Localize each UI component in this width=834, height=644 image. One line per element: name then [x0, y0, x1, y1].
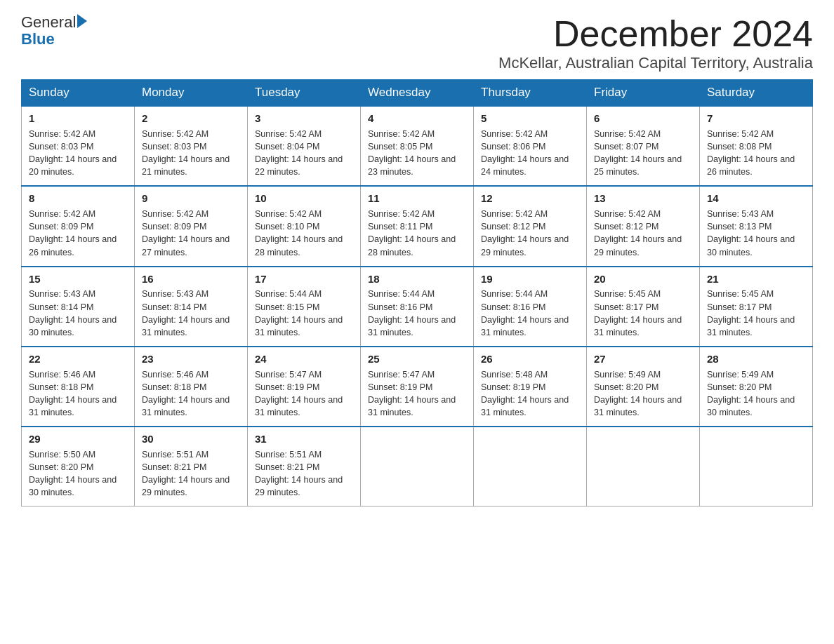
calendar-cell: 9Sunrise: 5:42 AMSunset: 8:09 PMDaylight… [135, 186, 248, 266]
day-info: Sunrise: 5:42 AMSunset: 8:12 PMDaylight:… [481, 208, 579, 259]
day-info: Sunrise: 5:45 AMSunset: 8:17 PMDaylight:… [707, 288, 805, 339]
day-number: 8 [29, 191, 127, 206]
day-number: 13 [594, 191, 692, 206]
day-info: Sunrise: 5:50 AMSunset: 8:20 PMDaylight:… [29, 448, 127, 499]
col-header-wednesday: Wednesday [361, 80, 474, 107]
day-info: Sunrise: 5:42 AMSunset: 8:07 PMDaylight:… [594, 128, 692, 179]
day-info: Sunrise: 5:44 AMSunset: 8:16 PMDaylight:… [481, 288, 579, 339]
day-info: Sunrise: 5:49 AMSunset: 8:20 PMDaylight:… [707, 368, 805, 420]
day-info: Sunrise: 5:42 AMSunset: 8:04 PMDaylight:… [255, 128, 353, 179]
day-info: Sunrise: 5:51 AMSunset: 8:21 PMDaylight:… [142, 448, 240, 499]
day-number: 23 [142, 351, 240, 367]
logo-general-text: General [21, 14, 76, 31]
calendar-cell: 14Sunrise: 5:43 AMSunset: 8:13 PMDayligh… [700, 186, 813, 266]
day-info: Sunrise: 5:46 AMSunset: 8:18 PMDaylight:… [29, 368, 127, 420]
calendar-cell: 6Sunrise: 5:42 AMSunset: 8:07 PMDaylight… [587, 106, 700, 186]
day-number: 26 [481, 351, 579, 367]
page-header: General Blue December 2024 McKellar, Aus… [21, 14, 813, 72]
day-info: Sunrise: 5:42 AMSunset: 8:03 PMDaylight:… [29, 128, 127, 179]
week-row-1: 1Sunrise: 5:42 AMSunset: 8:03 PMDaylight… [22, 106, 813, 186]
location-subtitle: McKellar, Australian Capital Territory, … [498, 54, 813, 72]
calendar-cell: 26Sunrise: 5:48 AMSunset: 8:19 PMDayligh… [474, 347, 587, 427]
week-row-5: 29Sunrise: 5:50 AMSunset: 8:20 PMDayligh… [22, 427, 813, 507]
col-header-sunday: Sunday [22, 80, 135, 107]
day-number: 27 [594, 351, 692, 367]
day-number: 17 [255, 271, 353, 287]
day-info: Sunrise: 5:42 AMSunset: 8:05 PMDaylight:… [368, 128, 466, 179]
day-info: Sunrise: 5:49 AMSunset: 8:20 PMDaylight:… [594, 368, 692, 420]
day-info: Sunrise: 5:47 AMSunset: 8:19 PMDaylight:… [255, 368, 353, 420]
day-number: 25 [368, 351, 466, 367]
day-number: 20 [594, 271, 692, 287]
day-number: 15 [29, 271, 127, 287]
day-info: Sunrise: 5:42 AMSunset: 8:11 PMDaylight:… [368, 208, 466, 259]
day-info: Sunrise: 5:51 AMSunset: 8:21 PMDaylight:… [255, 448, 353, 499]
calendar-cell [474, 427, 587, 507]
day-number: 9 [142, 191, 240, 206]
calendar-cell: 5Sunrise: 5:42 AMSunset: 8:06 PMDaylight… [474, 106, 587, 186]
day-number: 6 [594, 111, 692, 126]
calendar-cell: 3Sunrise: 5:42 AMSunset: 8:04 PMDaylight… [248, 106, 361, 186]
calendar-cell [361, 427, 474, 507]
day-info: Sunrise: 5:42 AMSunset: 8:09 PMDaylight:… [142, 208, 240, 259]
day-info: Sunrise: 5:42 AMSunset: 8:09 PMDaylight:… [29, 208, 127, 259]
calendar-cell: 7Sunrise: 5:42 AMSunset: 8:08 PMDaylight… [700, 106, 813, 186]
day-number: 12 [481, 191, 579, 206]
day-number: 19 [481, 271, 579, 287]
day-number: 29 [29, 431, 127, 447]
calendar-cell: 23Sunrise: 5:46 AMSunset: 8:18 PMDayligh… [135, 347, 248, 427]
col-header-thursday: Thursday [474, 80, 587, 107]
day-number: 4 [368, 111, 466, 126]
calendar-cell: 17Sunrise: 5:44 AMSunset: 8:15 PMDayligh… [248, 267, 361, 347]
day-number: 11 [368, 191, 466, 206]
day-info: Sunrise: 5:42 AMSunset: 8:12 PMDaylight:… [594, 208, 692, 259]
calendar-header-row: SundayMondayTuesdayWednesdayThursdayFrid… [22, 80, 813, 107]
day-number: 21 [707, 271, 805, 287]
col-header-monday: Monday [135, 80, 248, 107]
day-info: Sunrise: 5:42 AMSunset: 8:06 PMDaylight:… [481, 128, 579, 179]
day-number: 28 [707, 351, 805, 367]
day-info: Sunrise: 5:47 AMSunset: 8:19 PMDaylight:… [368, 368, 466, 420]
day-info: Sunrise: 5:44 AMSunset: 8:16 PMDaylight:… [368, 288, 466, 339]
calendar-cell: 20Sunrise: 5:45 AMSunset: 8:17 PMDayligh… [587, 267, 700, 347]
day-info: Sunrise: 5:42 AMSunset: 8:10 PMDaylight:… [255, 208, 353, 259]
day-number: 10 [255, 191, 353, 206]
col-header-tuesday: Tuesday [248, 80, 361, 107]
calendar-cell: 29Sunrise: 5:50 AMSunset: 8:20 PMDayligh… [22, 427, 135, 507]
col-header-saturday: Saturday [700, 80, 813, 107]
calendar-cell: 8Sunrise: 5:42 AMSunset: 8:09 PMDaylight… [22, 186, 135, 266]
calendar-cell: 13Sunrise: 5:42 AMSunset: 8:12 PMDayligh… [587, 186, 700, 266]
day-number: 7 [707, 111, 805, 126]
day-info: Sunrise: 5:43 AMSunset: 8:13 PMDaylight:… [707, 208, 805, 259]
calendar-cell [700, 427, 813, 507]
calendar-cell: 15Sunrise: 5:43 AMSunset: 8:14 PMDayligh… [22, 267, 135, 347]
calendar-cell: 28Sunrise: 5:49 AMSunset: 8:20 PMDayligh… [700, 347, 813, 427]
day-number: 18 [368, 271, 466, 287]
calendar-cell [587, 427, 700, 507]
calendar-cell: 16Sunrise: 5:43 AMSunset: 8:14 PMDayligh… [135, 267, 248, 347]
day-number: 16 [142, 271, 240, 287]
day-info: Sunrise: 5:42 AMSunset: 8:08 PMDaylight:… [707, 128, 805, 179]
day-info: Sunrise: 5:43 AMSunset: 8:14 PMDaylight:… [29, 288, 127, 339]
day-info: Sunrise: 5:42 AMSunset: 8:03 PMDaylight:… [142, 128, 240, 179]
day-number: 14 [707, 191, 805, 206]
calendar-cell: 22Sunrise: 5:46 AMSunset: 8:18 PMDayligh… [22, 347, 135, 427]
day-number: 2 [142, 111, 240, 126]
week-row-2: 8Sunrise: 5:42 AMSunset: 8:09 PMDaylight… [22, 186, 813, 266]
logo-arrow-icon [77, 14, 87, 28]
day-number: 3 [255, 111, 353, 126]
calendar-table: SundayMondayTuesdayWednesdayThursdayFrid… [21, 79, 813, 507]
month-title: December 2024 [498, 14, 813, 54]
logo-blue-text: Blue [21, 30, 55, 48]
calendar-cell: 11Sunrise: 5:42 AMSunset: 8:11 PMDayligh… [361, 186, 474, 266]
calendar-cell: 2Sunrise: 5:42 AMSunset: 8:03 PMDaylight… [135, 106, 248, 186]
calendar-cell: 1Sunrise: 5:42 AMSunset: 8:03 PMDaylight… [22, 106, 135, 186]
calendar-cell: 18Sunrise: 5:44 AMSunset: 8:16 PMDayligh… [361, 267, 474, 347]
calendar-cell: 12Sunrise: 5:42 AMSunset: 8:12 PMDayligh… [474, 186, 587, 266]
calendar-cell: 10Sunrise: 5:42 AMSunset: 8:10 PMDayligh… [248, 186, 361, 266]
day-number: 31 [255, 431, 353, 447]
col-header-friday: Friday [587, 80, 700, 107]
logo: General Blue [21, 14, 87, 48]
day-number: 30 [142, 431, 240, 447]
calendar-cell: 30Sunrise: 5:51 AMSunset: 8:21 PMDayligh… [135, 427, 248, 507]
